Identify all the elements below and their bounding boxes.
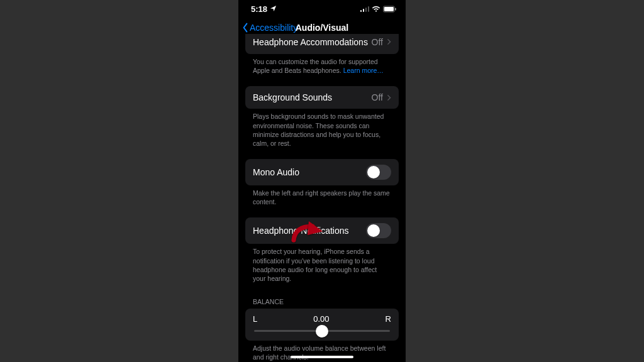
section-header-balance: BALANCE bbox=[245, 298, 399, 309]
battery-icon bbox=[383, 6, 397, 13]
row-headphone-accommodations[interactable]: Headphone Accommodations Off bbox=[245, 34, 399, 54]
footer-mono-audio: Make the left and right speakers play th… bbox=[245, 185, 399, 206]
location-arrow-icon bbox=[270, 5, 277, 13]
row-headphone-notifications: Headphone Notifications bbox=[245, 217, 399, 244]
row-label: Headphone Notifications bbox=[253, 226, 349, 236]
toggle-headphone-notifications[interactable] bbox=[366, 223, 391, 238]
learn-more-link[interactable]: Learn more… bbox=[343, 67, 384, 74]
chevron-left-icon bbox=[242, 23, 248, 33]
wifi-icon bbox=[372, 6, 380, 13]
cellular-signal-icon bbox=[360, 6, 370, 12]
chevron-right-icon bbox=[387, 94, 391, 101]
footer-headphone-accommodations: You can customize the audio for supporte… bbox=[245, 54, 399, 75]
footer-headphone-notifications: To protect your hearing, iPhone sends a … bbox=[245, 244, 399, 283]
svg-rect-1 bbox=[384, 7, 394, 11]
footer-balance: Adjust the audio volume balance between … bbox=[245, 341, 399, 361]
slider-thumb[interactable] bbox=[316, 325, 328, 337]
row-value: Off bbox=[372, 37, 383, 47]
balance-slider[interactable] bbox=[254, 330, 390, 332]
nav-title: Audio/Visual bbox=[296, 23, 349, 33]
svg-rect-2 bbox=[395, 8, 396, 10]
row-background-sounds[interactable]: Background Sounds Off bbox=[245, 86, 399, 109]
footer-background-sounds: Plays background sounds to mask unwanted… bbox=[245, 109, 399, 148]
row-label: Headphone Accommodations bbox=[253, 37, 368, 47]
toggle-mono-audio[interactable] bbox=[366, 165, 391, 180]
nav-back-label: Accessibility bbox=[250, 23, 297, 33]
home-indicator[interactable] bbox=[291, 356, 353, 358]
status-bar: 5:18 bbox=[238, 0, 406, 18]
row-label: Background Sounds bbox=[253, 92, 332, 102]
row-mono-audio: Mono Audio bbox=[245, 159, 399, 185]
row-label: Mono Audio bbox=[253, 167, 299, 177]
balance-right-label: R bbox=[386, 314, 391, 324]
row-balance: L 0.00 R bbox=[245, 309, 399, 341]
phone-frame: 5:18 Accessibility Audio/Visual Headphon… bbox=[238, 0, 406, 362]
chevron-right-icon bbox=[387, 38, 391, 45]
row-value: Off bbox=[372, 92, 383, 102]
nav-back-button[interactable]: Accessibility bbox=[242, 23, 297, 33]
settings-content: Headphone Accommodations Off You can cus… bbox=[238, 34, 406, 362]
status-time: 5:18 bbox=[251, 4, 267, 14]
balance-value: 0.00 bbox=[313, 314, 329, 324]
balance-left-label: L bbox=[253, 314, 257, 324]
